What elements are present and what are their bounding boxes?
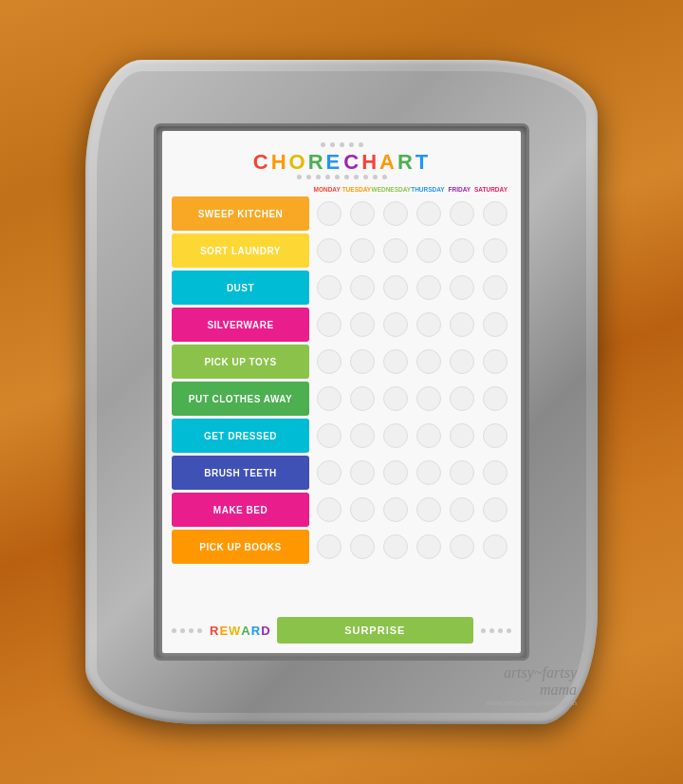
- chore-circle[interactable]: [317, 312, 342, 337]
- chart-title: CHORE CHART: [172, 150, 511, 175]
- chore-circle[interactable]: [383, 201, 408, 226]
- dot: [197, 628, 202, 633]
- dot: [481, 628, 486, 633]
- chore-circles: [312, 196, 511, 231]
- chore-row: BRUSH TEETH: [172, 456, 511, 490]
- chart-paper: CHORE CHART MONDAYTUESDAYWEDNESDAYTHURSD…: [162, 131, 521, 653]
- chore-circle[interactable]: [350, 238, 375, 263]
- chore-circle[interactable]: [450, 275, 474, 300]
- dot: [354, 175, 359, 179]
- chore-circle[interactable]: [383, 423, 408, 448]
- chore-circle[interactable]: [350, 349, 375, 374]
- chore-circle[interactable]: [483, 201, 508, 226]
- chore-circle[interactable]: [416, 349, 441, 374]
- dot: [325, 175, 330, 179]
- chore-circle[interactable]: [450, 497, 474, 522]
- dot: [382, 175, 387, 179]
- chore-circle[interactable]: [350, 460, 375, 485]
- chore-circle[interactable]: [483, 423, 508, 448]
- chore-circle[interactable]: [383, 534, 408, 559]
- day-label: FRIDAY: [445, 186, 474, 193]
- chore-circle[interactable]: [383, 312, 408, 337]
- chore-circle[interactable]: [483, 386, 508, 411]
- chore-circle[interactable]: [383, 275, 408, 300]
- chore-circle[interactable]: [416, 386, 441, 411]
- chore-circle[interactable]: [350, 497, 375, 522]
- chore-label: MAKE BED: [172, 493, 309, 527]
- chore-circles: [312, 530, 511, 564]
- watermark-url: www.artsyfartsymama.com: [486, 699, 577, 707]
- chore-circle[interactable]: [416, 534, 441, 559]
- chore-circle[interactable]: [317, 349, 342, 374]
- day-label: SATURDAY: [474, 186, 508, 193]
- chore-circle[interactable]: [416, 423, 441, 448]
- chore-circle[interactable]: [317, 534, 342, 559]
- chore-circles: [312, 308, 511, 342]
- chore-circle[interactable]: [416, 275, 441, 300]
- chore-circle[interactable]: [416, 497, 441, 522]
- chore-circle[interactable]: [416, 238, 441, 263]
- chore-circle[interactable]: [383, 386, 408, 411]
- chore-circles: [312, 382, 511, 416]
- dot: [172, 628, 176, 633]
- chore-circle[interactable]: [483, 312, 508, 337]
- chore-circle[interactable]: [317, 275, 342, 300]
- chore-row: SORT LAUNDRY: [172, 233, 511, 268]
- chore-circle[interactable]: [450, 534, 474, 559]
- chore-label: SWEEP KITCHEN: [172, 196, 309, 231]
- reward-label: REWARD: [210, 624, 271, 638]
- chore-circle[interactable]: [450, 460, 474, 485]
- days-header: MONDAYTUESDAYWEDNESDAYTHURSDAYFRIDAYSATU…: [312, 186, 508, 193]
- chore-label: BRUSH TEETH: [172, 456, 309, 490]
- chore-circle[interactable]: [350, 312, 375, 337]
- chore-label: PUT CLOTHES AWAY: [172, 382, 309, 416]
- watermark: artsy~fartsymama www.artsyfartsymama.com: [486, 664, 577, 707]
- chore-circle[interactable]: [317, 423, 342, 448]
- chore-circle[interactable]: [383, 349, 408, 374]
- chore-row: PICK UP TOYS: [172, 345, 511, 379]
- chore-label: PICK UP TOYS: [172, 345, 309, 379]
- chore-circle[interactable]: [383, 497, 408, 522]
- chore-circles: [312, 419, 511, 453]
- chore-circle[interactable]: [416, 312, 441, 337]
- chore-circle[interactable]: [450, 238, 474, 263]
- dot: [189, 628, 194, 633]
- chore-circle[interactable]: [317, 460, 342, 485]
- chore-row: PUT CLOTHES AWAY: [172, 382, 511, 416]
- chore-circle[interactable]: [450, 312, 474, 337]
- chore-circles: [312, 233, 511, 268]
- chore-circle[interactable]: [317, 386, 342, 411]
- chore-circle[interactable]: [350, 386, 375, 411]
- dot: [180, 628, 185, 633]
- chore-circle[interactable]: [450, 423, 474, 448]
- chore-circle[interactable]: [383, 238, 408, 263]
- chore-circle[interactable]: [350, 423, 375, 448]
- chore-label: SORT LAUNDRY: [172, 233, 309, 268]
- chore-circle[interactable]: [450, 349, 474, 374]
- chore-circle[interactable]: [416, 201, 441, 226]
- dot: [363, 175, 368, 179]
- dot: [349, 142, 354, 147]
- chore-circle[interactable]: [350, 275, 375, 300]
- chore-circles: [312, 493, 511, 527]
- chore-circle[interactable]: [350, 534, 375, 559]
- chore-circle[interactable]: [416, 460, 441, 485]
- watermark-main: artsy~fartsymama: [486, 664, 577, 699]
- dots-row-top: [172, 142, 511, 147]
- chore-circle[interactable]: [483, 460, 508, 485]
- chore-circle[interactable]: [483, 497, 508, 522]
- chore-circle[interactable]: [483, 349, 508, 374]
- chore-circle[interactable]: [317, 497, 342, 522]
- chore-circle[interactable]: [450, 386, 474, 411]
- chore-circle[interactable]: [383, 460, 408, 485]
- day-label: THURSDAY: [411, 186, 445, 193]
- dot: [297, 175, 302, 179]
- chore-circle[interactable]: [317, 238, 342, 263]
- chore-circle[interactable]: [483, 534, 508, 559]
- chore-circle[interactable]: [317, 201, 342, 226]
- chore-row: GET DRESSED: [172, 419, 511, 453]
- chore-circle[interactable]: [450, 201, 474, 226]
- chore-circle[interactable]: [483, 238, 508, 263]
- chore-circle[interactable]: [483, 275, 508, 300]
- chore-circle[interactable]: [350, 201, 375, 226]
